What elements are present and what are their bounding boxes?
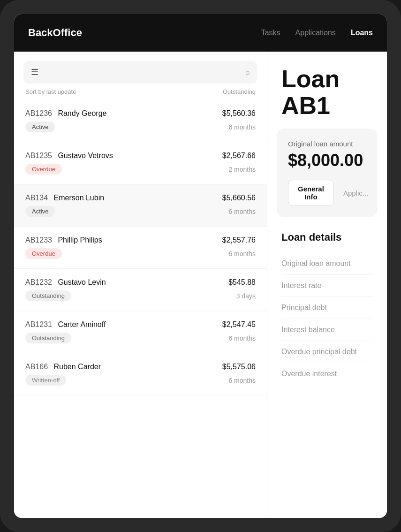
loan-item[interactable]: AB1232 Gustavo Levin $545.88 Outstanding…	[14, 269, 267, 311]
loan-item-top: AB1236 Randy George $5,560.36	[25, 109, 256, 118]
search-input[interactable]	[43, 68, 241, 76]
loan-amount: $5,560.36	[222, 109, 256, 118]
loan-id-name: AB166 Ruben Carder	[25, 363, 101, 371]
status-badge: Active	[25, 206, 55, 217]
loan-id: AB1235	[25, 152, 52, 160]
loan-detail-interest-balance: Interest balance	[281, 319, 373, 341]
loan-id-name: AB1236 Randy George	[25, 109, 106, 118]
loan-name: Emerson Lubin	[54, 194, 105, 202]
loan-id-name: AB134 Emerson Lubin	[25, 194, 104, 202]
loan-name: Randy George	[58, 109, 106, 117]
loan-details-title: Loan details	[281, 231, 373, 243]
device-frame: BackOffice Tasks Applications Loans ☰ ⌕	[0, 0, 401, 532]
tab-applic[interactable]: Applic...	[334, 180, 378, 206]
status-badge: Overdue	[25, 164, 62, 175]
loan-item-top: AB166 Ruben Carder $5,575.06	[25, 363, 256, 371]
loan-item-top: AB134 Emerson Lubin $5,660.56	[25, 194, 256, 202]
loan-duration: 6 months	[228, 123, 256, 131]
tab-general-info[interactable]: General Info	[288, 180, 334, 206]
loan-id: AB166	[25, 363, 48, 371]
loan-id: AB1233	[25, 236, 52, 244]
loan-detail-principal-debt: Principal debt	[281, 297, 373, 319]
search-bar: ☰ ⌕	[14, 52, 267, 84]
nav-loans[interactable]: Loans	[351, 29, 373, 37]
sort-value: Outstanding	[223, 88, 256, 95]
loan-name: Gustavo Levin	[58, 278, 106, 286]
header: BackOffice Tasks Applications Loans	[14, 14, 387, 52]
loan-amount: $2,547.45	[222, 320, 256, 329]
search-icon: ⌕	[245, 68, 250, 76]
loan-id: AB1236	[25, 109, 52, 117]
loan-item-bottom: Outstanding 3 days	[25, 290, 256, 301]
screen: BackOffice Tasks Applications Loans ☰ ⌕	[14, 14, 387, 518]
loan-amount: $5,660.56	[222, 194, 256, 202]
search-input-container: ☰ ⌕	[23, 61, 257, 84]
loan-item[interactable]: AB166 Ruben Carder $5,575.06 Written-off…	[14, 353, 267, 395]
loan-title: Loan AB1	[281, 66, 373, 119]
status-badge: Active	[25, 122, 55, 132]
loan-detail-original-loan-amount: Original loan amount	[281, 253, 373, 275]
loan-amount: $2,557.76	[222, 236, 256, 244]
loan-item-bottom: Overdue 2 months	[25, 164, 256, 175]
loan-item-bottom: Active 6 months	[25, 122, 256, 132]
loan-name: Carter Aminoff	[58, 320, 106, 328]
loan-item[interactable]: AB134 Emerson Lubin $5,660.56 Active 6 m…	[14, 184, 267, 227]
loan-id: AB134	[25, 194, 48, 202]
loan-detail-interest-rate: Interest rate	[281, 275, 373, 297]
loan-detail-overdue-principal-debt: Overdue principal debt	[281, 341, 373, 363]
loan-id-name: AB1235 Gustavo Vetrovs	[25, 152, 113, 160]
loan-item-top: AB1232 Gustavo Levin $545.88	[25, 278, 256, 287]
loan-list: AB1236 Randy George $5,560.36 Active 6 m…	[14, 100, 267, 518]
tab-buttons: General Info Applic...	[288, 180, 366, 206]
loan-item-bottom: Overdue 6 months	[25, 248, 256, 259]
main-content: ☰ ⌕ Sort by last update Outstanding	[14, 52, 387, 518]
loan-id-name: AB1232 Gustavo Levin	[25, 278, 106, 287]
sort-label: Sort by last update	[25, 88, 76, 95]
original-loan-amount: $8,000.00	[288, 151, 366, 170]
loan-detail-overdue-interest: Overdue interest	[281, 363, 373, 385]
nav-applications[interactable]: Applications	[295, 29, 336, 37]
loan-id-name: AB1231 Carter Aminoff	[25, 320, 106, 329]
logo: BackOffice	[28, 27, 261, 39]
left-panel: ☰ ⌕ Sort by last update Outstanding	[14, 52, 267, 518]
original-loan-label: Original loan amount	[288, 140, 366, 148]
loan-item-top: AB1233 Phillip Philips $2,557.76	[25, 236, 256, 244]
loan-duration: 6 months	[228, 250, 256, 258]
sort-row: Sort by last update Outstanding	[14, 84, 267, 100]
loan-id: AB1232	[25, 278, 52, 286]
loan-duration: 6 months	[228, 208, 256, 215]
loan-item-top: AB1235 Gustavo Vetrovs $2,567.66	[25, 152, 256, 160]
status-badge: Outstanding	[25, 290, 71, 301]
filter-icon[interactable]: ☰	[31, 67, 38, 77]
loan-item-bottom: Outstanding 6 months	[25, 333, 256, 343]
loan-duration: 3 days	[236, 292, 256, 300]
loan-id: AB1231	[25, 320, 52, 328]
loan-item-bottom: Written-off 6 months	[25, 375, 256, 386]
loan-duration: 2 months	[228, 166, 256, 173]
loan-name: Phillip Philips	[58, 236, 102, 244]
loan-amount: $545.88	[228, 278, 256, 287]
loan-duration: 6 months	[228, 377, 256, 384]
loan-amount: $5,575.06	[222, 363, 256, 371]
loan-item[interactable]: AB1236 Randy George $5,560.36 Active 6 m…	[14, 100, 267, 142]
loan-item[interactable]: AB1233 Phillip Philips $2,557.76 Overdue…	[14, 227, 267, 269]
loan-item-top: AB1231 Carter Aminoff $2,547.45	[25, 320, 256, 329]
loan-duration: 6 months	[228, 334, 256, 342]
loan-amount: $2,567.66	[222, 152, 256, 160]
right-panel: Loan AB1 Original loan amount $8,000.00 …	[267, 52, 387, 518]
loan-summary-card: Original loan amount $8,000.00 General I…	[277, 129, 378, 217]
loan-name: Ruben Carder	[54, 363, 101, 371]
loan-item[interactable]: AB1231 Carter Aminoff $2,547.45 Outstand…	[14, 311, 267, 353]
loan-details-section: Loan details Original loan amount Intere…	[267, 227, 387, 399]
loan-id-name: AB1233 Phillip Philips	[25, 236, 102, 244]
nav-tasks[interactable]: Tasks	[261, 29, 280, 37]
loan-item[interactable]: AB1235 Gustavo Vetrovs $2,567.66 Overdue…	[14, 142, 267, 184]
nav-items: Tasks Applications Loans	[261, 29, 373, 37]
status-badge: Overdue	[25, 248, 62, 259]
loan-name: Gustavo Vetrovs	[58, 152, 113, 160]
status-badge: Written-off	[25, 375, 66, 386]
loan-title-section: Loan AB1	[267, 52, 387, 129]
status-badge: Outstanding	[25, 333, 71, 343]
loan-item-bottom: Active 6 months	[25, 206, 256, 217]
